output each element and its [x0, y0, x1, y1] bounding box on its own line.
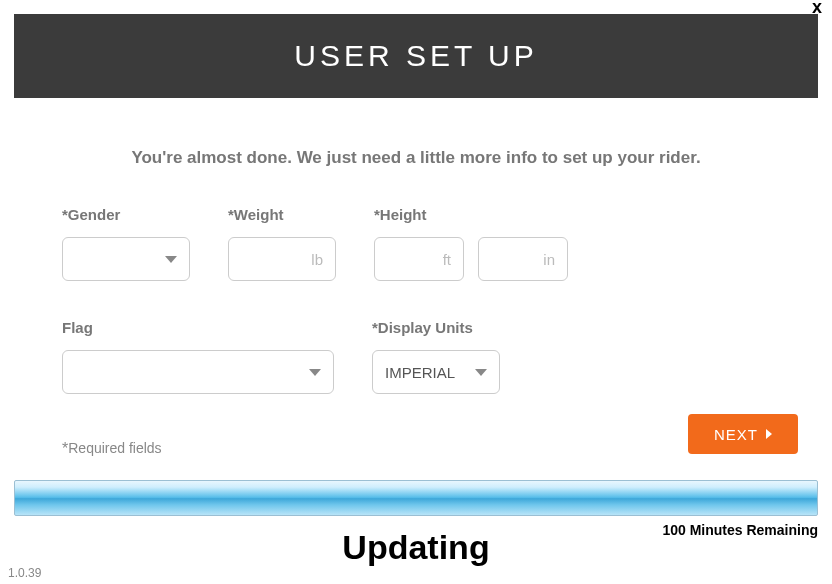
- chevron-down-icon: [475, 369, 487, 376]
- display-units-select[interactable]: IMPERIAL: [372, 350, 500, 394]
- subtitle-text: You're almost done. We just need a littl…: [0, 148, 832, 168]
- progress-bar: [14, 480, 818, 516]
- field-display-units: *Display Units IMPERIAL: [372, 319, 500, 394]
- field-gender: *Gender: [62, 206, 190, 281]
- chevron-down-icon: [165, 256, 177, 263]
- field-weight: *Weight lb: [228, 206, 336, 281]
- version-label: 1.0.39: [8, 566, 41, 580]
- next-button[interactable]: NEXT: [688, 414, 798, 454]
- weight-unit: lb: [311, 251, 323, 268]
- field-flag: Flag: [62, 319, 334, 394]
- label-flag: Flag: [62, 319, 334, 336]
- status-text: Updating: [0, 528, 832, 567]
- height-in-input[interactable]: [491, 238, 539, 280]
- chevron-down-icon: [309, 369, 321, 376]
- height-ft-wrap: ft: [374, 237, 464, 281]
- page-title: USER SET UP: [294, 39, 538, 73]
- height-in-wrap: in: [478, 237, 568, 281]
- header-bar: USER SET UP: [14, 14, 818, 98]
- label-height: *Height: [374, 206, 568, 223]
- height-ft-input[interactable]: [387, 238, 439, 280]
- label-display-units: *Display Units: [372, 319, 500, 336]
- height-ft-unit: ft: [443, 251, 451, 268]
- display-units-value: IMPERIAL: [385, 364, 455, 381]
- weight-input-wrap: lb: [228, 237, 336, 281]
- setup-form: *Gender *Weight lb *Height ft: [62, 206, 770, 394]
- label-gender: *Gender: [62, 206, 190, 223]
- gender-select[interactable]: [62, 237, 190, 281]
- next-button-label: NEXT: [714, 426, 758, 443]
- required-fields-note: *Required fields: [62, 440, 162, 458]
- close-icon[interactable]: x: [812, 0, 822, 14]
- label-weight: *Weight: [228, 206, 336, 223]
- height-in-unit: in: [543, 251, 555, 268]
- field-height: *Height ft in: [374, 206, 568, 281]
- weight-input[interactable]: [241, 238, 307, 280]
- flag-select[interactable]: [62, 350, 334, 394]
- chevron-right-icon: [766, 429, 772, 439]
